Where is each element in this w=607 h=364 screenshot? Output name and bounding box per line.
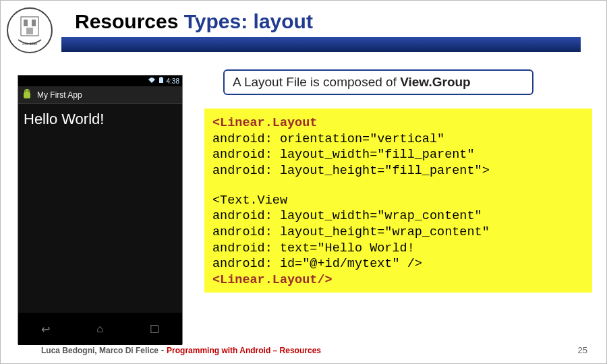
code-line: <Text.View (212, 193, 584, 209)
code-line: android: layout_height="wrap_content" (212, 224, 584, 241)
code-tag-open-linearlayout: <Linear.Layout (212, 116, 317, 130)
svg-point-9 (24, 89, 30, 94)
title-part-1: Resources (75, 10, 184, 32)
nav-recent-icon: ☐ (150, 323, 159, 336)
code-tag-close-linearlayout: <Linear.Layout/> (212, 273, 333, 287)
status-time: 4:38 (167, 78, 179, 85)
svg-rect-6 (159, 78, 163, 83)
hello-world-text: Hello World! (24, 111, 104, 127)
callout-bold: View.Group (400, 75, 471, 89)
code-line: android: layout_width="wrap_content" (212, 208, 584, 224)
phone-mock: 4:38 My First App Hello World! ↩ ⌂ ☐ (18, 75, 183, 344)
svg-rect-4 (26, 28, 33, 34)
battery-icon (158, 77, 164, 85)
code-line: android: layout_height="fill_parent"> (212, 163, 584, 179)
svg-point-10 (25, 90, 26, 92)
footer-authors: Luca Bedogni, Marco Di Felice (41, 346, 158, 355)
code-line: android: text="Hello World! (212, 241, 584, 257)
app-title: My First App (37, 90, 82, 100)
phone-status-bar: 4:38 (18, 75, 182, 86)
android-robot-icon (21, 89, 33, 101)
footer-course: Programming with Android – Resources (167, 346, 321, 355)
xml-code-block: <Linear.Layout android: orientation="ver… (204, 109, 592, 293)
title-banner (61, 37, 581, 52)
code-line: android: orientation="vertical" (212, 131, 584, 148)
code-line: android: id="@+id/mytext" /> (212, 256, 584, 272)
slide-number: 25 (578, 345, 587, 355)
svg-rect-3 (32, 20, 36, 26)
slide-title: Resources Types: layout (75, 10, 313, 33)
slide-footer: Luca Bedogni, Marco Di Felice - Programm… (41, 345, 587, 355)
phone-content: Hello World! (18, 104, 182, 313)
title-part-3: layout (254, 10, 313, 32)
phone-action-bar: My First App (18, 86, 182, 104)
svg-rect-2 (24, 20, 28, 26)
code-line: android: layout_width="fill_parent" (212, 147, 584, 163)
wifi-icon (148, 77, 156, 85)
callout-text: A Layout File is composed of (233, 75, 400, 89)
nav-home-icon: ⌂ (96, 323, 103, 335)
callout-box: A Layout File is composed of View.Group (223, 69, 533, 95)
nav-back-icon: ↩ (41, 323, 50, 336)
phone-nav-bar: ↩ ⌂ ☐ (18, 313, 182, 345)
svg-point-11 (28, 90, 29, 92)
title-part-2: Types: (184, 10, 254, 32)
university-seal: A.D. 1088 (6, 3, 53, 57)
svg-rect-7 (161, 77, 162, 78)
svg-text:A.D. 1088: A.D. 1088 (22, 42, 37, 46)
footer-sep: - (161, 346, 164, 355)
